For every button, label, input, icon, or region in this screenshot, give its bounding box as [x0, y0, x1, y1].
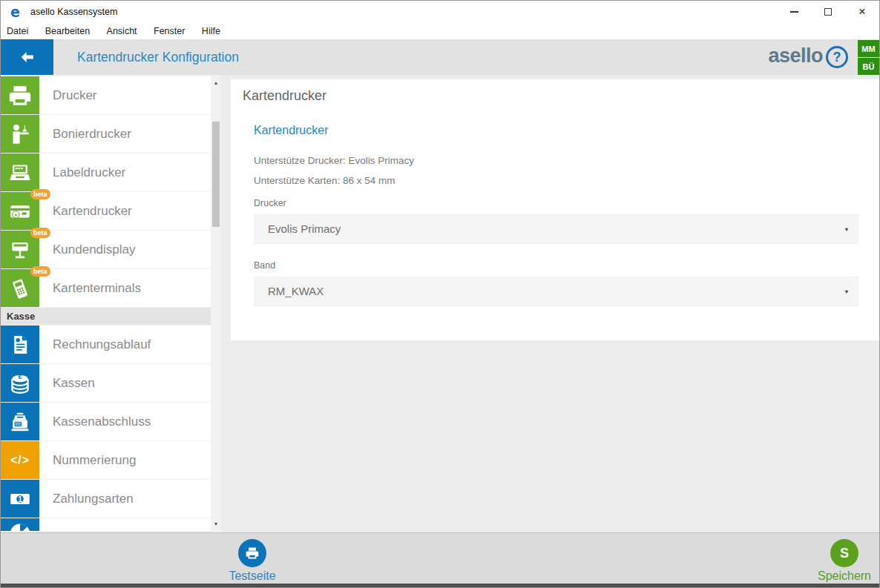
back-arrow-icon [19, 49, 36, 65]
band-field-label: Band [254, 260, 275, 271]
asello-brand-logo: asello [768, 44, 823, 67]
menu-datei[interactable]: Datei [1, 23, 35, 39]
pie-chart-icon [1, 518, 39, 531]
sidebar-item-label: Kartendrucker [53, 204, 132, 219]
footer-bar: Testseite S Speichern [1, 532, 879, 585]
code-brackets-icon: </> [1, 441, 39, 479]
sidebar-item-kundendisplay[interactable]: beta Kundendisplay [1, 231, 211, 268]
band-select[interactable]: RM_KWAX ▼ [254, 277, 858, 306]
user-badges: MM BÜ [858, 40, 879, 76]
banknote-icon: 1 [1, 480, 39, 518]
cash-register-icon [1, 403, 39, 440]
back-button[interactable] [1, 39, 53, 75]
window-bottom-edge [1, 584, 879, 587]
card-icon: beta [1, 192, 39, 230]
main-content: Kartendrucker Kartendrucker Unterstütze … [221, 75, 880, 532]
coins-icon: € [1, 364, 39, 402]
beta-badge: beta [30, 189, 50, 199]
euro-glyph: € [18, 373, 22, 380]
menu-bearbeiten[interactable]: Bearbeiten [39, 23, 96, 39]
scroll-down-icon[interactable]: ▼ [211, 518, 221, 529]
sidebar-scrollbar[interactable]: ▲ ▼ [211, 75, 221, 532]
badge-bue[interactable]: BÜ [858, 58, 879, 75]
close-button[interactable]: × [845, 1, 879, 23]
maximize-button[interactable] [811, 1, 845, 23]
sidebar-item-label: Kassenabschluss [53, 414, 151, 429]
supported-cards-text: Unterstütze Karten: 86 x 54 mm [254, 175, 395, 186]
page-title: Kartendrucker Konfiguration [77, 39, 239, 75]
sidebar-item-label: Labeldrucker [53, 165, 125, 180]
printer-icon [1, 76, 39, 114]
band-select-value: RM_KWAX [268, 277, 324, 305]
drucker-field-label: Drucker [254, 198, 286, 208]
beta-badge: beta [30, 228, 50, 238]
scroll-up-icon[interactable]: ▲ [211, 77, 221, 88]
drucker-select-value: Evolis Primacy [268, 215, 341, 243]
sidebar: Drucker Bonierdrucker Labeldrucker beta … [1, 75, 211, 532]
invoice-icon [1, 326, 39, 363]
help-glyph: ? [833, 50, 841, 65]
app-window: e asello Kassensystem × Datei Bearbeiten… [0, 0, 880, 588]
sidebar-item-label: Bonierdrucker [53, 127, 131, 142]
code-glyph: </> [10, 454, 30, 467]
config-card: Kartendrucker Kartendrucker Unterstütze … [231, 79, 880, 340]
help-icon[interactable]: ? [826, 46, 848, 68]
menu-fenster[interactable]: Fenster [147, 23, 191, 39]
speichern-button[interactable]: S Speichern [811, 539, 878, 583]
minimize-icon [790, 11, 798, 13]
menu-hilfe[interactable]: Hilfe [195, 23, 227, 39]
speichern-label: Speichern [811, 569, 878, 583]
window-controls: × [777, 1, 879, 23]
sidebar-item-zahlungsarten[interactable]: 1 Zahlungsarten [1, 480, 211, 518]
sidebar-item-label: Nummerierung [53, 453, 136, 468]
sidebar-item-bonierdrucker[interactable]: Bonierdrucker [1, 115, 211, 153]
beta-badge: beta [30, 266, 50, 277]
window-title: asello Kassensystem [30, 7, 117, 17]
supported-printers-text: Unterstütze Drucker: Evolis Primacy [254, 155, 414, 166]
content-title: Kartendrucker [243, 88, 326, 104]
sidebar-item-label: Kundendisplay [53, 242, 136, 257]
sidebar-item-kassenabschluss[interactable]: Kassenabschluss [1, 403, 211, 440]
chevron-down-icon: ▼ [844, 226, 849, 232]
sidebar-item-label: Kassen [53, 376, 95, 391]
banknote-one-glyph: 1 [18, 495, 22, 503]
sidebar-item-kartendrucker[interactable]: beta Kartendrucker [1, 192, 211, 230]
save-icon: S [830, 539, 858, 567]
sidebar-item-label: Drucker [53, 88, 97, 103]
sidebar-item-label: Rechnungsablauf [53, 337, 151, 352]
titlebar: e asello Kassensystem × [1, 1, 879, 23]
sidebar-item-rechnungsablauf[interactable]: Rechnungsablauf [1, 326, 211, 363]
scrollbar-thumb[interactable] [212, 122, 220, 227]
minimize-button[interactable] [777, 1, 811, 23]
save-initial-glyph: S [840, 546, 849, 561]
sidebar-item-labeldrucker[interactable]: Labeldrucker [1, 153, 211, 191]
maximize-icon [824, 8, 832, 16]
sidebar-item-partial[interactable] [1, 518, 211, 531]
label-printer-icon [1, 153, 39, 191]
menubar: Datei Bearbeiten Ansicht Fenster Hilfe [1, 23, 879, 39]
sidebar-item-kassen[interactable]: € Kassen [1, 364, 211, 402]
customer-display-icon: beta [1, 231, 39, 268]
card-terminal-icon: beta [1, 269, 39, 307]
sidebar-item-kartenterminals[interactable]: beta Kartenterminals [1, 269, 211, 307]
badge-mm[interactable]: MM [858, 40, 879, 57]
page-header: Kartendrucker Konfiguration asello ? MM … [1, 39, 879, 75]
kartendrucker-section-link[interactable]: Kartendrucker [254, 124, 329, 137]
sidebar-section-kasse: Kasse [1, 308, 211, 325]
asello-logo-icon: e [10, 4, 20, 20]
sidebar-item-drucker[interactable]: Drucker [1, 76, 211, 114]
menu-ansicht[interactable]: Ansicht [100, 23, 144, 39]
waiter-icon [1, 115, 39, 153]
chevron-down-icon: ▼ [844, 288, 849, 294]
close-icon: × [858, 6, 865, 18]
sidebar-item-nummerierung[interactable]: </> Nummerierung [1, 441, 211, 479]
sidebar-item-label: Kartenterminals [53, 281, 141, 296]
sidebar-item-label: Zahlungsarten [53, 492, 134, 506]
print-test-icon [238, 539, 266, 567]
testseite-label: Testseite [219, 569, 286, 583]
testseite-button[interactable]: Testseite [219, 539, 286, 583]
drucker-select[interactable]: Evolis Primacy ▼ [254, 214, 858, 244]
